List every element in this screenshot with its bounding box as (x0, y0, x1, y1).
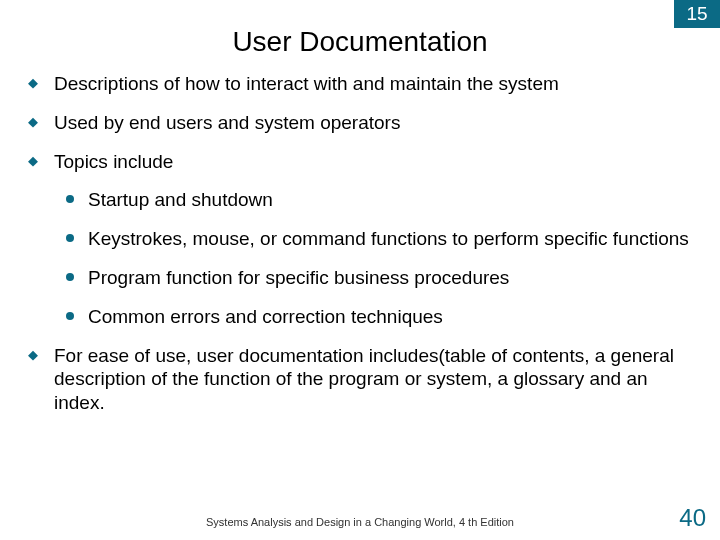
list-item: Used by end users and system operators (28, 111, 692, 134)
bullet-list: Descriptions of how to interact with and… (28, 72, 692, 414)
bullet-text: Descriptions of how to interact with and… (54, 73, 559, 94)
list-item: Descriptions of how to interact with and… (28, 72, 692, 95)
slide-title: User Documentation (0, 26, 720, 58)
sub-bullet-list: Startup and shutdown Keystrokes, mouse, … (54, 188, 692, 329)
slide-content: Descriptions of how to interact with and… (0, 72, 720, 414)
bullet-text: Startup and shutdown (88, 189, 273, 210)
list-item: Common errors and correction techniques (54, 305, 692, 328)
bullet-text: Common errors and correction techniques (88, 306, 443, 327)
bullet-text: Used by end users and system operators (54, 112, 400, 133)
bullet-text: For ease of use, user documentation incl… (54, 345, 674, 412)
list-item: Program function for specific business p… (54, 266, 692, 289)
list-item: For ease of use, user documentation incl… (28, 344, 692, 414)
list-item: Startup and shutdown (54, 188, 692, 211)
list-item: Keystrokes, mouse, or command functions … (54, 227, 692, 250)
page-number: 40 (679, 504, 706, 532)
footer-citation: Systems Analysis and Design in a Changin… (0, 516, 720, 528)
bullet-text: Program function for specific business p… (88, 267, 509, 288)
bullet-text: Keystrokes, mouse, or command functions … (88, 228, 689, 249)
bullet-text: Topics include (54, 151, 173, 172)
chapter-number-badge: 15 (674, 0, 720, 28)
list-item: Topics include Startup and shutdown Keys… (28, 150, 692, 328)
